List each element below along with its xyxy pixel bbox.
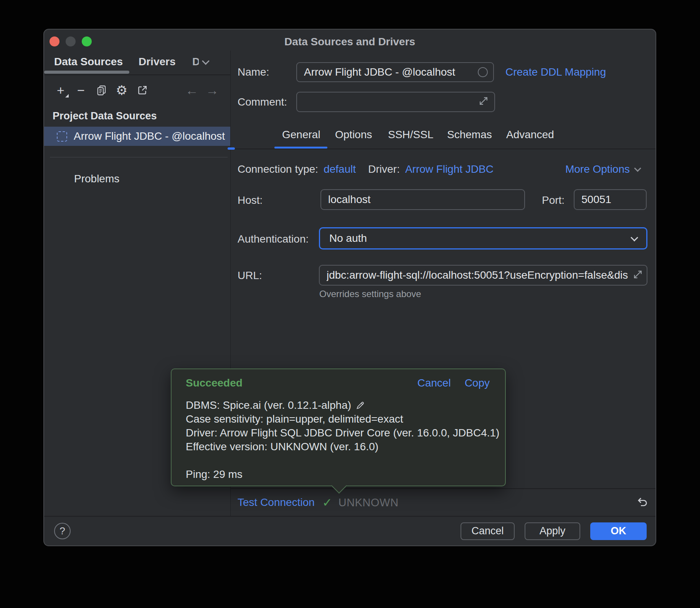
authentication-select[interactable]: No auth xyxy=(319,227,647,249)
dropdown-corner-icon xyxy=(65,94,69,97)
dialog-window: Data Sources and Drivers Data Sources Dr… xyxy=(43,29,656,546)
test-connection-link[interactable]: Test Connection xyxy=(238,496,315,509)
connection-status: UNKNOWN xyxy=(338,496,399,509)
minus-icon: − xyxy=(77,84,85,97)
popup-header: Succeeded Cancel Copy xyxy=(172,369,505,389)
sidebar-divider xyxy=(50,157,228,157)
arrow-left-icon: ← xyxy=(185,84,198,97)
more-options-link[interactable]: More Options xyxy=(565,163,640,175)
port-label: Port: xyxy=(542,194,565,207)
more-options-label: More Options xyxy=(565,163,630,175)
connection-type-label: Connection type: xyxy=(238,163,318,175)
url-input[interactable] xyxy=(319,265,647,286)
sidebar-item-problems[interactable]: Problems xyxy=(74,173,119,185)
data-source-label: Arrow Flight JDBC - @localhost xyxy=(74,130,225,142)
tab-options[interactable]: Options xyxy=(335,129,372,141)
window-controls xyxy=(50,36,92,46)
minimize-button[interactable] xyxy=(66,36,76,46)
settings-tabstrip: General Options SSH/SSL Schemas Advanced xyxy=(231,129,655,142)
popup-line-driver: Driver: Arrow Flight SQL JDBC Driver Cor… xyxy=(186,426,499,440)
tab-drivers-label: Drivers xyxy=(139,56,176,68)
revert-button[interactable] xyxy=(635,495,649,510)
arrow-right-icon: → xyxy=(206,84,219,97)
scrollbar-thumb[interactable] xyxy=(228,147,235,150)
name-input[interactable] xyxy=(296,62,494,82)
sidebar-tabstrip: Data Sources Drivers D xyxy=(44,51,230,75)
project-data-sources-header: Project Data Sources xyxy=(53,110,157,122)
expand-icon[interactable] xyxy=(478,95,489,107)
popup-copy-link[interactable]: Copy xyxy=(465,377,490,389)
tab-ssh-ssl[interactable]: SSH/SSL xyxy=(388,129,433,141)
expand-icon[interactable] xyxy=(632,269,644,280)
connection-type-value[interactable]: default xyxy=(324,163,356,175)
back-button[interactable]: ← xyxy=(185,84,198,97)
host-label: Host: xyxy=(238,194,262,207)
data-source-icon xyxy=(57,131,67,142)
driver-value[interactable]: Arrow Flight JDBC xyxy=(405,163,494,175)
popup-line-ping: Ping: 29 ms xyxy=(186,468,243,481)
forward-button[interactable]: → xyxy=(206,84,219,97)
add-button[interactable]: + xyxy=(54,84,67,97)
tab-drivers[interactable]: Drivers xyxy=(139,51,176,73)
popup-line-effective-version: Effective version: UNKNOWN (ver. 16.0) xyxy=(186,440,378,454)
popup-status: Succeeded xyxy=(186,377,243,389)
port-input[interactable] xyxy=(574,189,647,210)
name-field-circle-icon xyxy=(478,67,488,77)
sidebar-toolbar: + − ⚙ xyxy=(44,83,230,97)
authentication-value: No auth xyxy=(329,232,367,245)
question-icon: ? xyxy=(59,525,65,537)
duplicate-icon xyxy=(96,84,107,96)
close-button[interactable] xyxy=(50,36,59,46)
pencil-icon[interactable] xyxy=(355,400,365,411)
tab-general[interactable]: General xyxy=(282,129,320,141)
test-connection-popup: Succeeded Cancel Copy DBMS: Spice.ai (ve… xyxy=(171,368,506,486)
export-button[interactable] xyxy=(135,84,149,97)
url-hint: Overrides settings above xyxy=(319,289,421,299)
url-label: URL: xyxy=(238,269,262,282)
help-button[interactable]: ? xyxy=(54,523,71,539)
apply-button[interactable]: Apply xyxy=(525,522,580,540)
tab-overflow[interactable]: D xyxy=(192,51,199,73)
gear-icon: ⚙ xyxy=(116,84,127,97)
authentication-label: Authentication: xyxy=(238,233,309,245)
host-input[interactable] xyxy=(320,189,525,210)
tab-schemas[interactable]: Schemas xyxy=(447,129,492,141)
popup-line-case-sensitivity: Case sensitivity: plain=upper, delimited… xyxy=(186,412,403,426)
active-tab-indicator xyxy=(44,71,129,74)
chevron-down-icon xyxy=(634,165,641,172)
settings-button[interactable]: ⚙ xyxy=(115,84,128,97)
plus-icon: + xyxy=(57,84,64,97)
undo-icon xyxy=(635,496,649,509)
chevron-down-icon[interactable] xyxy=(202,57,210,65)
open-in-new-icon xyxy=(136,84,148,96)
popup-line-dbms: DBMS: Spice.ai (ver. 0.12.1-alpha) xyxy=(186,398,351,412)
remove-button[interactable]: − xyxy=(74,84,88,97)
tab-overflow-label: D xyxy=(192,56,199,68)
name-label: Name: xyxy=(238,66,269,78)
tab-data-sources-label: Data Sources xyxy=(54,56,123,68)
dialog-footer: ? Cancel Apply OK xyxy=(44,516,655,545)
data-source-item-selected[interactable]: Arrow Flight JDBC - @localhost xyxy=(44,127,230,146)
cancel-button[interactable]: Cancel xyxy=(461,522,515,540)
popup-body: DBMS: Spice.ai (ver. 0.12.1-alpha) Case … xyxy=(172,389,505,481)
popup-cancel-link[interactable]: Cancel xyxy=(417,377,451,389)
window-title: Data Sources and Drivers xyxy=(44,36,655,48)
comment-label: Comment: xyxy=(238,96,287,108)
duplicate-button[interactable] xyxy=(95,84,108,97)
comment-input[interactable] xyxy=(296,92,495,112)
tabstrip-divider xyxy=(231,149,655,149)
check-icon: ✓ xyxy=(322,496,332,510)
create-ddl-mapping-link[interactable]: Create DDL Mapping xyxy=(505,66,606,78)
test-connection-bar: Test Connection ✓ UNKNOWN xyxy=(231,488,655,516)
fullscreen-button[interactable] xyxy=(82,36,92,46)
connection-type-row: Connection type: default Driver: Arrow F… xyxy=(238,163,494,175)
tab-advanced[interactable]: Advanced xyxy=(506,129,554,141)
tab-data-sources[interactable]: Data Sources xyxy=(54,51,123,73)
screen: Data Sources and Drivers Data Sources Dr… xyxy=(0,0,700,608)
chevron-down-icon xyxy=(631,234,638,241)
driver-label: Driver: xyxy=(368,163,400,175)
ok-button[interactable]: OK xyxy=(590,522,647,540)
